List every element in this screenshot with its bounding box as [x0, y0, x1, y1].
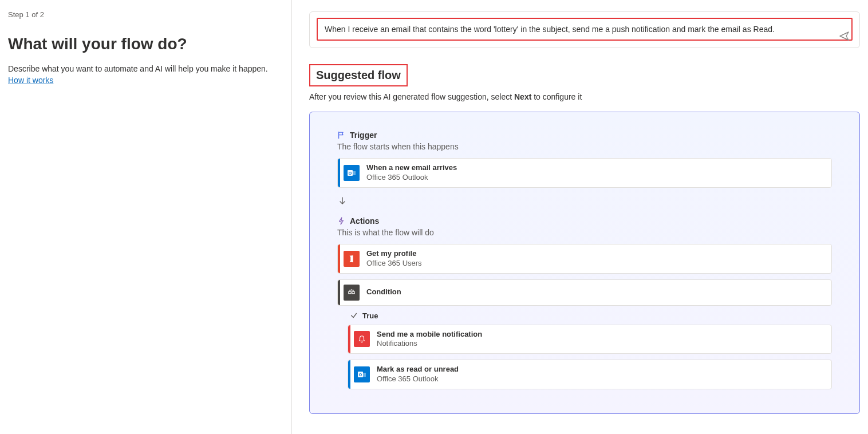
action-title: Mark as read or unread	[377, 365, 459, 374]
trigger-step-title: When a new email arrives	[366, 163, 457, 173]
action-step-texts: Condition	[366, 287, 401, 297]
page-title: What will your flow do?	[8, 35, 283, 53]
page-description: Describe what you want to automate and A…	[8, 64, 283, 75]
flow-card: Trigger The flow starts when this happen…	[309, 112, 860, 414]
review-bold: Next	[514, 92, 531, 101]
action-step-notification[interactable]: Send me a mobile notification Notificati…	[348, 325, 832, 354]
svg-rect-3	[349, 291, 351, 294]
branch-true-steps: Send me a mobile notification Notificati…	[348, 325, 832, 390]
prompt-text[interactable]: When I receive an email that contains th…	[317, 18, 853, 41]
trigger-section-header: Trigger	[337, 131, 832, 140]
svg-text:O: O	[349, 171, 352, 175]
action-step-texts: Mark as read or unread Office 365 Outloo…	[377, 365, 459, 384]
action-connector: Office 365 Users	[366, 259, 422, 269]
suggested-flow-heading: Suggested flow	[316, 69, 401, 82]
how-it-works-link[interactable]: How it works	[8, 76, 53, 85]
step-indicator: Step 1 of 2	[8, 10, 283, 19]
action-title: Send me a mobile notification	[377, 330, 482, 340]
right-panel: When I receive an email that contains th…	[292, 0, 868, 434]
outlook-icon: O	[344, 165, 360, 181]
svg-rect-4	[352, 291, 354, 294]
checkmark-icon	[350, 311, 358, 319]
review-instruction: After you review this AI generated flow …	[309, 92, 860, 101]
action-connector: Office 365 Outlook	[377, 374, 459, 384]
bell-icon	[354, 331, 370, 347]
branch-label-text: True	[362, 311, 378, 320]
action-title: Get my profile	[366, 249, 422, 259]
trigger-subtext: The flow starts when this happens	[337, 142, 832, 151]
actions-section-header: Actions	[337, 216, 832, 226]
action-step-get-profile[interactable]: Get my profile Office 365 Users	[337, 244, 832, 274]
office-icon	[344, 251, 360, 267]
review-suffix: to configure it	[531, 92, 582, 101]
send-icon[interactable]	[839, 30, 850, 42]
prompt-input-box[interactable]: When I receive an email that contains th…	[309, 11, 860, 48]
suggested-flow-heading-highlight: Suggested flow	[309, 64, 408, 86]
trigger-step-texts: When a new email arrives Office 365 Outl…	[366, 163, 457, 183]
arrow-down-icon	[337, 196, 832, 206]
action-step-texts: Send me a mobile notification Notificati…	[377, 330, 482, 349]
action-step-texts: Get my profile Office 365 Users	[366, 249, 422, 269]
action-connector: Notifications	[377, 339, 482, 349]
review-prefix: After you review this AI generated flow …	[309, 92, 514, 101]
action-title: Condition	[366, 287, 401, 297]
action-step-condition[interactable]: Condition	[337, 279, 832, 306]
trigger-step-connector: Office 365 Outlook	[366, 173, 457, 183]
lightning-icon	[337, 217, 345, 225]
actions-subtext: This is what the flow will do	[337, 228, 832, 237]
svg-text:O: O	[359, 373, 362, 377]
branch-true-label: True	[350, 311, 832, 320]
left-panel: Step 1 of 2 What will your flow do? Desc…	[0, 0, 292, 434]
trigger-step-card[interactable]: O When a new email arrives Office 365 Ou…	[337, 158, 832, 188]
outlook-icon: O	[354, 366, 370, 382]
trigger-label: Trigger	[350, 131, 377, 140]
condition-icon	[344, 285, 360, 301]
flag-icon	[337, 131, 345, 139]
actions-label: Actions	[350, 216, 379, 226]
action-step-mark-read[interactable]: O Mark as read or unread Office 365 Outl…	[348, 360, 832, 389]
